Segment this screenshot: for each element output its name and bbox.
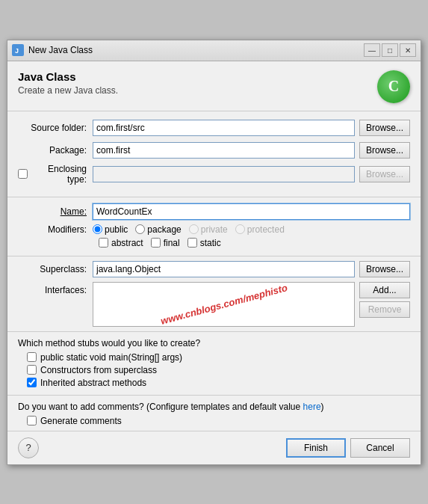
comments-link[interactable]: here: [303, 402, 321, 412]
modifiers-row: Modifiers: public package private protec…: [18, 224, 410, 235]
package-row: Package: Browse...: [18, 141, 410, 159]
modifier-package[interactable]: package: [135, 224, 181, 235]
stub-main-checkbox[interactable]: [27, 352, 37, 362]
source-folder-row: Source folder: Browse...: [18, 119, 410, 137]
stubs-section: Which method stubs would you like to cre…: [7, 332, 421, 396]
package-browse-button[interactable]: Browse...: [359, 142, 410, 159]
watermark-text: www.cnblogs.com/mephisto: [159, 282, 288, 327]
modifiers-label: Modifiers:: [18, 224, 93, 235]
generate-comments-label[interactable]: Generate comments: [40, 416, 122, 426]
source-folder-input[interactable]: [93, 120, 355, 136]
source-folder-browse-button[interactable]: Browse...: [359, 120, 410, 136]
comments-section: Do you want to add comments? (Configure …: [7, 396, 421, 431]
java-logo-icon: C: [377, 70, 410, 103]
maximize-button[interactable]: □: [382, 43, 398, 57]
interfaces-box: www.cnblogs.com/mephisto: [93, 282, 355, 327]
modifier-static[interactable]: static: [187, 238, 221, 248]
help-button[interactable]: ?: [18, 437, 39, 458]
stub-constructors-label[interactable]: Constructors from superclass: [40, 365, 157, 375]
stub-inherited-item: Inherited abstract methods: [27, 378, 410, 388]
dialog-title: New Java Class: [28, 45, 364, 55]
form-section: Source folder: Browse... Package: Browse…: [7, 111, 421, 197]
modifier-final[interactable]: final: [151, 238, 180, 248]
generate-comments-checkbox[interactable]: [27, 416, 37, 425]
window-controls: — □ ✕: [364, 43, 416, 57]
name-section: Name: Modifiers: public package private: [7, 197, 421, 256]
enclosing-type-input[interactable]: [93, 166, 355, 182]
header-title: Java Class: [18, 70, 370, 83]
superclass-browse-button[interactable]: Browse...: [359, 261, 410, 277]
stubs-title: Which method stubs would you like to cre…: [18, 338, 410, 348]
interfaces-row: Interfaces: www.cnblogs.com/mephisto Add…: [18, 282, 410, 327]
stub-inherited-checkbox[interactable]: [27, 378, 37, 387]
name-input[interactable]: [93, 203, 410, 220]
header-text: Java Class Create a new Java class.: [18, 70, 370, 96]
minimize-button[interactable]: —: [364, 43, 380, 57]
name-row: Name:: [18, 203, 410, 220]
package-label: Package:: [18, 145, 93, 156]
modifier-abstract[interactable]: abstract: [99, 238, 143, 248]
name-label: Name:: [18, 206, 93, 217]
finish-button[interactable]: Finish: [286, 438, 346, 458]
enclosing-type-spacer: Enclosing type:: [18, 164, 93, 185]
modifiers-options: public package private protected: [93, 224, 285, 235]
new-java-class-dialog: J New Java Class — □ ✕ Java Class Create…: [7, 40, 421, 465]
modifiers-row2: abstract final static: [99, 238, 410, 248]
stub-constructors-checkbox[interactable]: [27, 365, 37, 375]
svg-text:J: J: [15, 47, 19, 55]
header-subtitle: Create a new Java class.: [18, 85, 370, 96]
interfaces-buttons: Add... Remove: [359, 282, 410, 318]
superclass-section: Superclass: Browse... Interfaces: www.cn…: [7, 256, 421, 332]
interfaces-label: Interfaces:: [18, 282, 93, 295]
enclosing-type-browse-button[interactable]: Browse...: [359, 166, 410, 182]
comments-item: Generate comments: [27, 416, 410, 426]
stub-main-item: public static void main(String[] args): [27, 352, 410, 363]
enclosing-type-row: Enclosing type: Browse...: [18, 164, 410, 185]
interfaces-add-button[interactable]: Add...: [359, 282, 410, 298]
superclass-input[interactable]: [93, 261, 355, 277]
modifier-private[interactable]: private: [189, 224, 228, 235]
interfaces-remove-button[interactable]: Remove: [359, 301, 410, 318]
button-bar: ? Finish Cancel: [7, 431, 421, 464]
cancel-button[interactable]: Cancel: [350, 438, 410, 458]
enclosing-type-checkbox[interactable]: [18, 169, 28, 179]
dialog-header: Java Class Create a new Java class. C: [7, 61, 421, 111]
source-folder-label: Source folder:: [18, 123, 93, 133]
stub-main-label[interactable]: public static void main(String[] args): [40, 352, 182, 363]
enclosing-type-label: Enclosing type:: [30, 164, 87, 185]
modifier-protected[interactable]: protected: [235, 224, 285, 235]
modifier-public[interactable]: public: [93, 224, 128, 235]
package-input[interactable]: [93, 142, 355, 159]
superclass-label: Superclass:: [18, 264, 93, 274]
stub-inherited-label[interactable]: Inherited abstract methods: [40, 378, 146, 388]
superclass-row: Superclass: Browse...: [18, 261, 410, 277]
dialog-icon: J: [12, 44, 24, 56]
comments-text: Do you want to add comments? (Configure …: [18, 402, 410, 412]
title-bar: J New Java Class — □ ✕: [7, 40, 421, 61]
close-button[interactable]: ✕: [400, 43, 416, 57]
stub-constructors-item: Constructors from superclass: [27, 365, 410, 375]
